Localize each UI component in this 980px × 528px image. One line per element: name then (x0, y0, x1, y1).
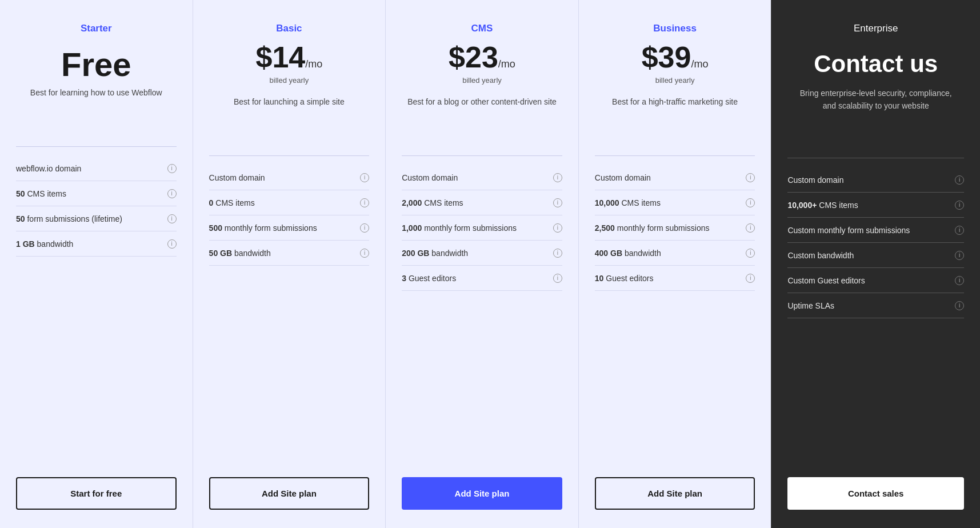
feature-row: 1,000 monthly form submissionsi (402, 215, 562, 241)
info-icon[interactable]: i (955, 175, 964, 185)
price-area-enterprise: Contact us (787, 41, 964, 87)
feature-text: 1 GB bandwidth (16, 239, 73, 249)
info-icon[interactable]: i (167, 239, 177, 249)
feature-text: 10 Guest editors (595, 274, 654, 283)
info-icon[interactable]: i (553, 173, 562, 182)
pricing-table: StarterFreeBest for learning how to use … (0, 0, 980, 528)
cta-button-cms[interactable]: Add Site plan (402, 477, 562, 510)
info-icon[interactable]: i (955, 226, 964, 235)
price-free: Free (61, 45, 131, 83)
feature-text: 50 GB bandwidth (209, 249, 271, 258)
info-icon[interactable]: i (955, 201, 964, 210)
feature-text: Custom domain (595, 173, 651, 182)
cta-button-business[interactable]: Add Site plan (595, 477, 755, 510)
features-section-basic: Custom domaini0 CMS itemsi500 monthly fo… (209, 155, 370, 461)
feature-row: 2,000 CMS itemsi (402, 190, 562, 215)
feature-text: 50 CMS items (16, 189, 66, 198)
feature-row: Custom Guest editorsi (787, 268, 964, 293)
plan-description-enterprise: Bring enterprise-level security, complia… (787, 87, 964, 144)
plan-price-basic: $14/mo (256, 41, 323, 74)
feature-row: webflow.io domaini (16, 156, 177, 181)
feature-text: 50 form submissions (lifetime) (16, 214, 122, 223)
features-section-starter: webflow.io domaini50 CMS itemsi50 form s… (16, 146, 177, 461)
feature-row: Uptime SLAsi (787, 293, 964, 318)
info-icon[interactable]: i (746, 198, 755, 207)
cta-button-enterprise[interactable]: Contact sales (787, 477, 964, 510)
info-icon[interactable]: i (167, 214, 177, 223)
plan-col-starter: StarterFreeBest for learning how to use … (0, 0, 193, 528)
feature-text: Custom domain (402, 173, 458, 182)
feature-row: Custom domaini (209, 165, 370, 190)
info-icon[interactable]: i (360, 223, 369, 233)
feature-row: Custom domaini (787, 167, 964, 193)
cta-section-cms: Add Site plan (402, 477, 562, 510)
feature-row: 2,500 monthly form submissionsi (595, 215, 755, 241)
feature-row: 50 CMS itemsi (16, 181, 177, 206)
plan-description-business: Best for a high-traffic marketing site (595, 96, 755, 142)
price-contact: Contact us (814, 50, 938, 78)
price-area-starter: Free (16, 41, 177, 87)
info-icon[interactable]: i (167, 164, 177, 173)
price-area-basic: $14/mobilled yearly (209, 41, 370, 96)
feature-text: Custom Guest editors (787, 276, 865, 285)
billed-yearly: billed yearly (655, 76, 695, 85)
plan-name-cms: CMS (402, 23, 562, 34)
feature-text: 1,000 monthly form submissions (402, 223, 517, 233)
cta-button-starter[interactable]: Start for free (16, 477, 177, 510)
feature-text: 10,000 CMS items (595, 198, 661, 207)
feature-text: 500 monthly form submissions (209, 223, 317, 233)
plan-col-cms: CMS$23/mobilled yearlyBest for a blog or… (385, 0, 578, 528)
info-icon[interactable]: i (746, 223, 755, 233)
feature-row: 10,000+ CMS itemsi (787, 193, 964, 218)
info-icon[interactable]: i (167, 189, 177, 198)
price-amount: $39/mo (642, 41, 709, 74)
price-amount: $23/mo (449, 41, 515, 74)
info-icon[interactable]: i (553, 249, 562, 258)
info-icon[interactable]: i (553, 198, 562, 207)
feature-text: Custom domain (787, 175, 843, 185)
feature-text: 200 GB bandwidth (402, 249, 468, 258)
price-amount: $14/mo (256, 41, 323, 74)
plan-col-basic: Basic$14/mobilled yearlyBest for launchi… (193, 0, 386, 528)
feature-text: 3 Guest editors (402, 274, 456, 283)
feature-row: 50 GB bandwidthi (209, 241, 370, 266)
info-icon[interactable]: i (553, 274, 562, 283)
info-icon[interactable]: i (360, 173, 369, 182)
info-icon[interactable]: i (553, 223, 562, 233)
info-icon[interactable]: i (360, 249, 369, 258)
feature-row: 500 monthly form submissionsi (209, 215, 370, 241)
info-icon[interactable]: i (746, 173, 755, 182)
plan-price-business: $39/mo (642, 41, 709, 74)
info-icon[interactable]: i (746, 274, 755, 283)
info-icon[interactable]: i (955, 251, 964, 260)
plan-col-business: Business$39/mobilled yearlyBest for a hi… (578, 0, 771, 528)
feature-text: Uptime SLAs (787, 301, 834, 310)
plan-name-basic: Basic (209, 23, 370, 34)
info-icon[interactable]: i (955, 301, 964, 310)
feature-row: 200 GB bandwidthi (402, 241, 562, 266)
feature-row: 0 CMS itemsi (209, 190, 370, 215)
billed-yearly: billed yearly (462, 76, 502, 85)
plan-price-cms: $23/mo (449, 41, 515, 74)
feature-row: Custom domaini (595, 165, 755, 190)
billed-yearly: billed yearly (270, 76, 309, 85)
cta-section-starter: Start for free (16, 477, 177, 510)
plan-description-basic: Best for launching a simple site (209, 96, 370, 142)
feature-row: 50 form submissions (lifetime)i (16, 206, 177, 231)
plan-col-enterprise: EnterpriseContact usBring enterprise-lev… (771, 0, 980, 528)
info-icon[interactable]: i (955, 276, 964, 285)
feature-text: Custom monthly form submissions (787, 226, 910, 235)
cta-button-basic[interactable]: Add Site plan (209, 477, 370, 510)
feature-row: 3 Guest editorsi (402, 266, 562, 291)
feature-row: Custom bandwidthi (787, 243, 964, 268)
info-icon[interactable]: i (746, 249, 755, 258)
cta-section-business: Add Site plan (595, 477, 755, 510)
feature-text: 2,000 CMS items (402, 198, 463, 207)
info-icon[interactable]: i (360, 198, 369, 207)
plan-description-starter: Best for learning how to use Webflow (16, 87, 177, 133)
features-section-enterprise: Custom domaini10,000+ CMS itemsiCustom m… (787, 158, 964, 461)
feature-row: Custom domaini (402, 165, 562, 190)
feature-row: 400 GB bandwidthi (595, 241, 755, 266)
feature-text: Custom bandwidth (787, 251, 854, 260)
feature-row: 10 Guest editorsi (595, 266, 755, 291)
